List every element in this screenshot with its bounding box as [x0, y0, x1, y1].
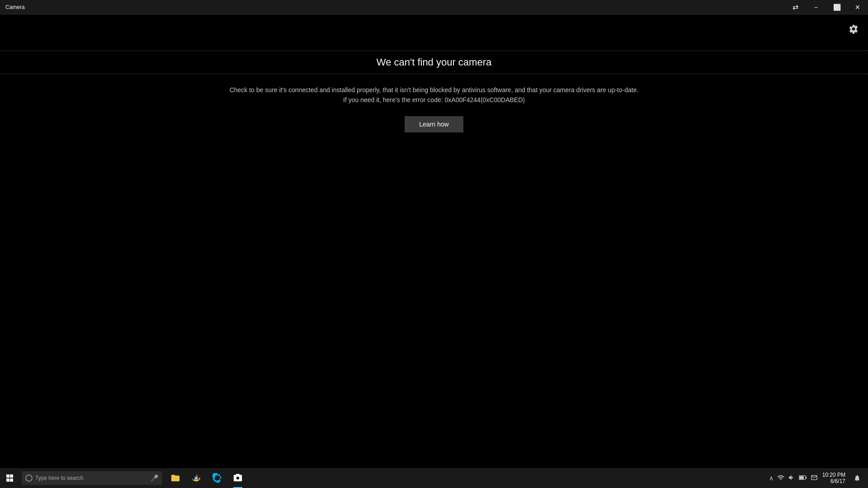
- restore-icon: ⬜: [833, 4, 841, 11]
- app-title: Camera: [5, 4, 25, 10]
- show-hidden-icons-button[interactable]: ∧: [769, 474, 774, 482]
- camera-area: We can't find your camera Check to be su…: [0, 14, 868, 468]
- taskbar: Type here to search 🎤: [0, 468, 868, 488]
- title-bar-controls: ⇄ − ⬜ ✕: [785, 0, 868, 14]
- error-desc-line2: If you need it, here's the error code: 0…: [343, 96, 525, 103]
- taskbar-right: ∧: [769, 468, 868, 488]
- title-bar-left: Camera: [0, 4, 25, 10]
- title-bar: Camera ⇄ − ⬜ ✕: [0, 0, 868, 14]
- svg-point-2: [195, 477, 197, 479]
- taskbar-app-camera[interactable]: [228, 468, 248, 488]
- start-button[interactable]: [0, 468, 20, 488]
- minimize-button[interactable]: −: [806, 0, 826, 14]
- error-description: Check to be sure it's connected and inst…: [230, 85, 639, 105]
- close-icon: ✕: [855, 4, 860, 11]
- swap-button[interactable]: ⇄: [785, 0, 806, 14]
- learn-how-button[interactable]: Learn how: [405, 116, 463, 132]
- folder-icon: [170, 473, 180, 483]
- clock-date: 6/6/17: [830, 478, 845, 484]
- system-tray: ∧: [769, 474, 818, 483]
- gear-icon: [849, 24, 859, 34]
- clock-area[interactable]: 10:20 PM 6/6/17: [821, 472, 847, 484]
- network-icon[interactable]: [777, 474, 784, 483]
- camera-app-icon: [233, 473, 243, 483]
- wifi-icon: [777, 474, 784, 481]
- error-title: We can't find your camera: [0, 56, 868, 68]
- error-desc-line1: Check to be sure it's connected and inst…: [230, 86, 639, 94]
- taskbar-app-file-explorer[interactable]: [165, 468, 185, 488]
- battery-icon[interactable]: [799, 474, 807, 482]
- taskbar-app-chrome[interactable]: [186, 468, 206, 488]
- search-placeholder-text: Type here to search: [35, 475, 148, 481]
- windows-logo-icon: [6, 474, 14, 482]
- action-center-icon[interactable]: [811, 474, 818, 483]
- search-bar[interactable]: Type here to search 🎤: [22, 471, 162, 485]
- volume-icon[interactable]: [788, 474, 795, 483]
- notifications-button[interactable]: [850, 468, 864, 488]
- skype-icon: [212, 473, 222, 483]
- settings-button[interactable]: [844, 20, 863, 38]
- error-title-container: We can't find your camera: [0, 51, 868, 74]
- microphone-icon[interactable]: 🎤: [151, 474, 158, 482]
- close-button[interactable]: ✕: [847, 0, 868, 14]
- swap-icon: ⇄: [793, 3, 798, 11]
- chrome-icon: [191, 473, 201, 483]
- notifications-icon: [854, 474, 861, 482]
- search-icon: [25, 474, 33, 482]
- taskbar-app-skype[interactable]: [207, 468, 227, 488]
- error-content: We can't find your camera Check to be su…: [0, 51, 868, 132]
- clock-time: 10:20 PM: [822, 472, 845, 478]
- svg-rect-4: [799, 476, 804, 479]
- svg-rect-5: [806, 476, 807, 479]
- restore-button[interactable]: ⬜: [826, 0, 847, 14]
- minimize-icon: −: [814, 4, 818, 11]
- taskbar-apps: [165, 468, 248, 488]
